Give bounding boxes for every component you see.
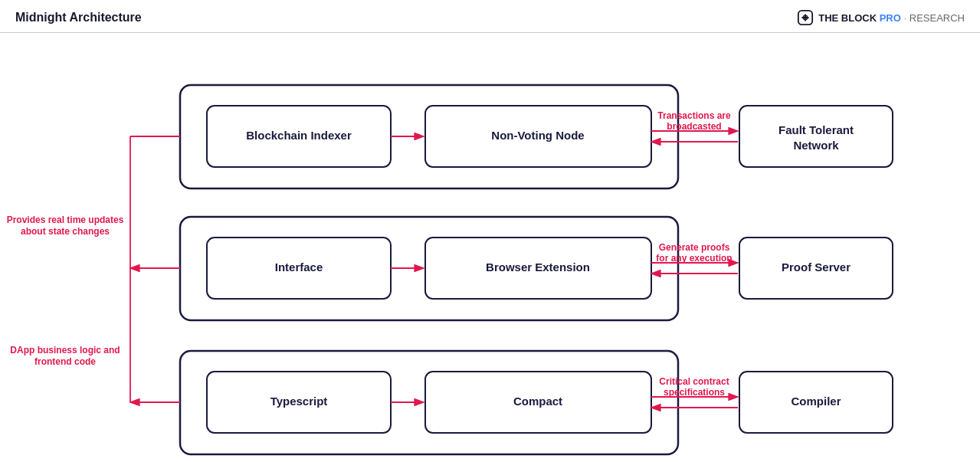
blockchain-indexer-label: Blockchain Indexer: [246, 129, 352, 142]
header: Midnight Architecture THE BLOCK PRO · RE…: [0, 0, 980, 33]
logo-main-text: THE BLOCK PRO · RESEARCH: [818, 12, 965, 24]
proof-server-label: Proof Server: [782, 260, 851, 274]
provides-updates-label1: Provides real time updates: [7, 215, 124, 225]
dapp-business-label1: DApp business logic and: [10, 345, 120, 356]
logo: THE BLOCK PRO · RESEARCH: [797, 9, 965, 26]
critical-contract-label1: Critical contract: [659, 376, 729, 387]
typescript-label: Typescript: [270, 395, 328, 408]
fault-tolerant-label1: Fault Tolerant: [778, 123, 854, 136]
fault-tolerant-box: [739, 106, 893, 167]
architecture-diagram: Blockchain Indexer Non-Voting Node Fault…: [0, 33, 980, 460]
provides-updates-label2: about state changes: [21, 226, 110, 237]
transactions-label1: Transactions are: [657, 110, 731, 121]
transactions-label2: broadcasted: [667, 121, 721, 132]
interface-label: Interface: [275, 260, 323, 274]
fault-tolerant-label2: Network: [793, 139, 839, 152]
generate-proofs-label2: for any execution: [656, 253, 732, 264]
dapp-business-label2: frontend code: [34, 356, 96, 367]
diagram-container: Blockchain Indexer Non-Voting Node Fault…: [0, 33, 980, 460]
non-voting-node-label: Non-Voting Node: [491, 129, 584, 142]
compact-label: Compact: [513, 395, 562, 408]
critical-contract-label2: specifications: [664, 387, 725, 398]
compiler-label: Compiler: [791, 395, 841, 408]
browser-extension-label: Browser Extension: [486, 260, 590, 274]
generate-proofs-label1: Generate proofs: [659, 242, 730, 253]
logo-icon: [797, 9, 814, 26]
page-title: Midnight Architecture: [15, 11, 142, 25]
